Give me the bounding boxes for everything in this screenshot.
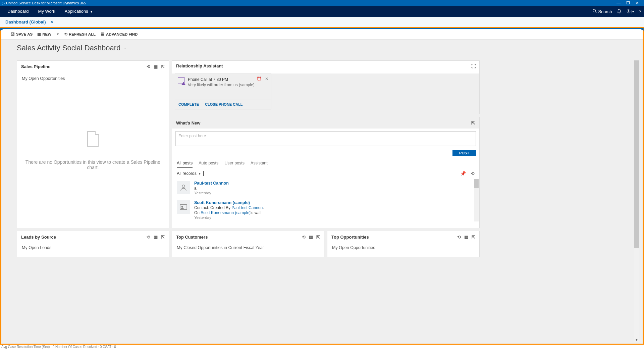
refresh-all-button[interactable]: ⟲ REFRESH ALL <box>64 32 96 37</box>
svg-point-7 <box>181 206 183 208</box>
advanced-find-label: ADVANCED FIND <box>106 32 138 36</box>
dashboard-content-frame: ▶ ◀ 🖫 SAVE AS ▦ NEW ▼ ⟲ REFRESH ALL ADVA… <box>0 27 644 345</box>
tab-dashboard-global[interactable]: Dashboard (Global) <box>3 18 48 26</box>
advanced-find-button[interactable]: ADVANCED FIND <box>100 32 138 37</box>
post-item: Scott Konersmann (sample) Contact: Creat… <box>177 198 475 222</box>
expand-icon[interactable]: ⇱ <box>161 64 165 69</box>
tab-all-posts[interactable]: All posts <box>177 159 193 168</box>
assistant-card: Phone Call at 7:30 PM Very likely will o… <box>175 73 271 109</box>
new-button[interactable]: ▦ NEW <box>37 32 51 37</box>
main-navbar: Dashboard My Work Applications ▾ Search … <box>0 6 644 17</box>
sales-pipeline-subtitle: My Open Opportunities <box>22 76 164 81</box>
dismiss-icon[interactable]: ✕ <box>265 77 268 81</box>
nav-search-label: Search <box>598 9 612 14</box>
top-opportunities-title: Top Opportunities <box>331 235 369 240</box>
refresh-all-label: REFRESH ALL <box>69 32 96 36</box>
expand-left-panel-icon[interactable]: ▶ <box>0 27 3 31</box>
post-author-link[interactable]: Scott Konersmann (sample) <box>194 200 264 205</box>
posts-tabs: All posts Auto posts User posts Assistan… <box>172 159 479 168</box>
calendar-icon <box>178 77 184 84</box>
refresh-icon[interactable]: ⟲ <box>147 235 150 240</box>
chevron-down-icon: ▾ <box>199 172 201 176</box>
records-filter-dropdown[interactable]: All records ▾ <box>177 171 201 176</box>
refresh-icon[interactable]: ⟲ <box>457 235 461 240</box>
tab-assistant[interactable]: Assistant <box>251 159 268 168</box>
top-opportunities-card: Top Opportunities ⟲ ▦ ⇱ My Open Opportun… <box>327 231 480 257</box>
window-maximize-button[interactable]: ❐ <box>623 1 633 5</box>
nav-my-work[interactable]: My Work <box>34 6 60 17</box>
user-avatar-icon <box>177 181 190 194</box>
view-records-icon[interactable]: ▦ <box>309 235 313 240</box>
expand-icon[interactable]: ⇱ <box>161 235 165 240</box>
top-opportunities-subtitle: My Open Opportunities <box>332 245 375 250</box>
posts-scrollbar-thumb[interactable] <box>474 179 479 188</box>
post-time: Yesterday <box>194 191 229 195</box>
top-customers-title: Top Customers <box>176 235 208 240</box>
expand-icon[interactable]: ⛶ <box>471 63 476 69</box>
post-contact-link[interactable]: Paul-test Cannon <box>231 205 263 210</box>
tab-user-posts[interactable]: User posts <box>224 159 245 168</box>
posts-list: Paul-test Cannon a Yesterday Scott Koner… <box>172 178 479 222</box>
dashboard-title-area: Sales Activity Social Dashboard ⌄ <box>1 40 643 60</box>
save-as-label: SAVE AS <box>16 32 33 36</box>
new-post-input[interactable] <box>175 131 476 146</box>
view-records-icon[interactable]: ▦ <box>154 64 158 69</box>
sales-pipeline-empty-state: There are no Opportunities in this view … <box>22 131 164 170</box>
complete-button[interactable]: COMPLETE <box>178 102 199 106</box>
chevron-down-icon: ▾ <box>91 10 92 13</box>
new-dropdown[interactable]: ▼ <box>54 33 59 36</box>
tab-auto-posts[interactable]: Auto posts <box>199 159 218 168</box>
help-icon[interactable]: ? <box>639 9 641 14</box>
dashboard-scrollbar-thumb[interactable] <box>634 60 639 248</box>
post-text-line2: On Scott Konersmann (sample)'s wall <box>194 210 264 215</box>
snooze-icon[interactable]: ⏰ <box>257 77 262 81</box>
dashboard-selector[interactable]: Sales Activity Social Dashboard ⌄ <box>17 44 126 52</box>
expand-icon[interactable]: ⇱ <box>471 120 475 126</box>
nav-dashboard[interactable]: Dashboard <box>3 6 34 17</box>
window-minimize-button[interactable]: — <box>614 1 623 5</box>
view-records-icon[interactable]: ▦ <box>154 235 158 240</box>
post-text: a <box>194 186 229 191</box>
new-label: NEW <box>42 32 51 36</box>
post-text: Contact: Created By Paul-test Cannon. <box>194 205 264 210</box>
scrollbar-down-arrow[interactable]: ▼ <box>634 338 639 342</box>
leads-card-subtitle: My Open Leads <box>22 245 51 250</box>
post-button[interactable]: POST <box>452 150 476 156</box>
nav-applications[interactable]: Applications ▾ <box>60 6 97 17</box>
settings-dropdown-icon[interactable]: |▾ <box>632 10 634 13</box>
top-customers-subtitle: My Closed Opportunities in Current Fisca… <box>177 245 264 250</box>
nav-search[interactable]: Search <box>592 9 612 14</box>
expand-icon[interactable]: ⇱ <box>472 235 475 240</box>
relationship-assistant-card: Relationship Assistant ⛶ Phone Call at 7… <box>172 60 480 114</box>
notifications-icon[interactable] <box>617 9 622 14</box>
post-time: Yesterday <box>194 215 264 219</box>
post-author-link[interactable]: Paul-test Cannon <box>194 181 229 186</box>
refresh-icon[interactable]: ⟲ <box>471 171 475 176</box>
svg-point-3 <box>101 32 103 34</box>
refresh-icon[interactable]: ⟲ <box>147 64 150 69</box>
app-logo-icon: ▷ <box>2 1 5 5</box>
close-phone-call-button[interactable]: CLOSE PHONE CALL <box>205 102 243 106</box>
svg-point-4 <box>102 32 104 34</box>
tab-close-button[interactable]: ✕ <box>50 19 54 24</box>
assistant-card-title: Phone Call at 7:30 PM <box>188 77 268 82</box>
svg-point-5 <box>182 185 185 188</box>
status-bar: Avg Case Resolution Time (Sec) : 0 Numbe… <box>0 345 644 349</box>
new-icon: ▦ <box>37 32 41 37</box>
dashboard-body: Sales Pipeline ⟲ ▦ ⇱ My Open Opportuniti… <box>1 60 643 344</box>
view-records-icon[interactable]: ▦ <box>464 235 468 240</box>
refresh-icon[interactable]: ⟲ <box>302 235 306 240</box>
expand-right-panel-icon[interactable]: ◀ <box>641 27 644 31</box>
app-title: Unified Service Desk for Microsoft Dynam… <box>6 1 86 5</box>
window-titlebar: ▷ Unified Service Desk for Microsoft Dyn… <box>0 0 644 6</box>
dashboard-scrollbar-track[interactable]: ▼ <box>634 60 639 342</box>
save-as-button[interactable]: 🖫 SAVE AS <box>11 32 33 37</box>
search-icon <box>592 9 597 14</box>
post-wall-link[interactable]: Scott Konersmann (sample) <box>201 210 251 215</box>
settings-icon[interactable] <box>626 9 631 14</box>
pin-icon[interactable]: 📌 <box>460 171 466 176</box>
window-close-button[interactable]: ✕ <box>633 1 642 5</box>
svg-line-1 <box>595 12 596 13</box>
expand-icon[interactable]: ⇱ <box>316 235 320 240</box>
svg-point-2 <box>628 10 629 12</box>
